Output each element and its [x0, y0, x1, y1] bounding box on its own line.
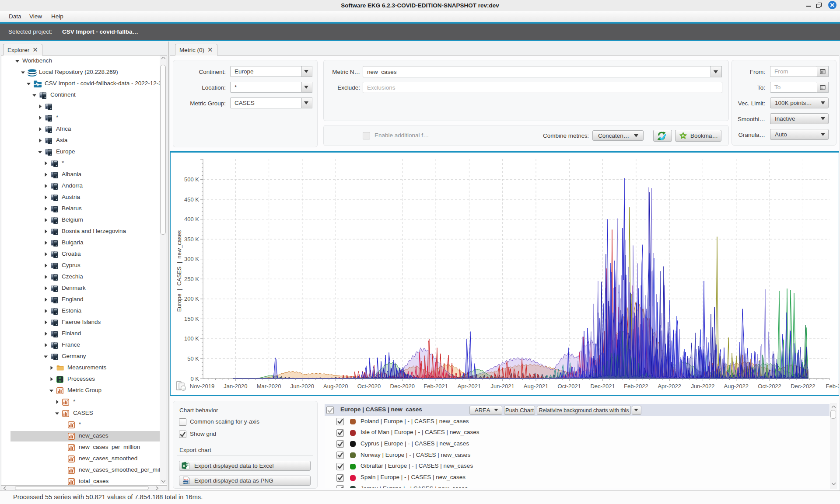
svg-text:100 K: 100 K	[184, 335, 199, 342]
svg-text:Mar-2020: Mar-2020	[257, 383, 281, 389]
svg-text:Oct-2020: Oct-2020	[357, 383, 381, 389]
svg-text:Apr-2022: Apr-2022	[658, 383, 681, 389]
svg-text:Nov-2019: Nov-2019	[190, 383, 214, 389]
svg-text:Aug-2021: Aug-2021	[524, 383, 548, 389]
svg-text:Oct-2022: Oct-2022	[758, 383, 781, 389]
svg-text:250 K: 250 K	[184, 276, 199, 282]
svg-text:500 K: 500 K	[184, 176, 199, 183]
svg-text:Aug-2022: Aug-2022	[724, 383, 749, 389]
svg-text:Jun-2022: Jun-2022	[691, 383, 714, 389]
svg-text:400 K: 400 K	[184, 216, 199, 222]
svg-text:Feb-2021: Feb-2021	[424, 383, 448, 389]
svg-text:Aug-2020: Aug-2020	[323, 383, 348, 389]
svg-text:-10: -10	[182, 387, 186, 390]
svg-text:Apr-2021: Apr-2021	[458, 383, 481, 389]
svg-text:200 K: 200 K	[184, 295, 199, 302]
svg-text:450 K: 450 K	[184, 196, 199, 203]
svg-text:300 K: 300 K	[184, 256, 199, 262]
svg-text:Dec-2020: Dec-2020	[390, 383, 415, 389]
svg-text:350 K: 350 K	[184, 236, 199, 243]
svg-text:0 K: 0 K	[190, 375, 199, 382]
svg-text:150 K: 150 K	[184, 316, 199, 322]
svg-text:Oct-2021: Oct-2021	[558, 383, 581, 389]
svg-text:Europe | CASES | new_cases: Europe | CASES | new_cases	[176, 230, 182, 312]
svg-text:Dec-2021: Dec-2021	[590, 383, 615, 389]
svg-text:Feb-2022: Feb-2022	[624, 383, 648, 389]
svg-text:Jun-2020: Jun-2020	[290, 383, 314, 389]
svg-text:50 K: 50 K	[187, 355, 199, 362]
svg-text:Jun-2021: Jun-2021	[491, 383, 514, 389]
svg-text:Jan-2020: Jan-2020	[224, 383, 247, 389]
svg-text:Dec-2022: Dec-2022	[791, 383, 815, 389]
svg-text:Feb-202: Feb-202	[826, 383, 839, 389]
